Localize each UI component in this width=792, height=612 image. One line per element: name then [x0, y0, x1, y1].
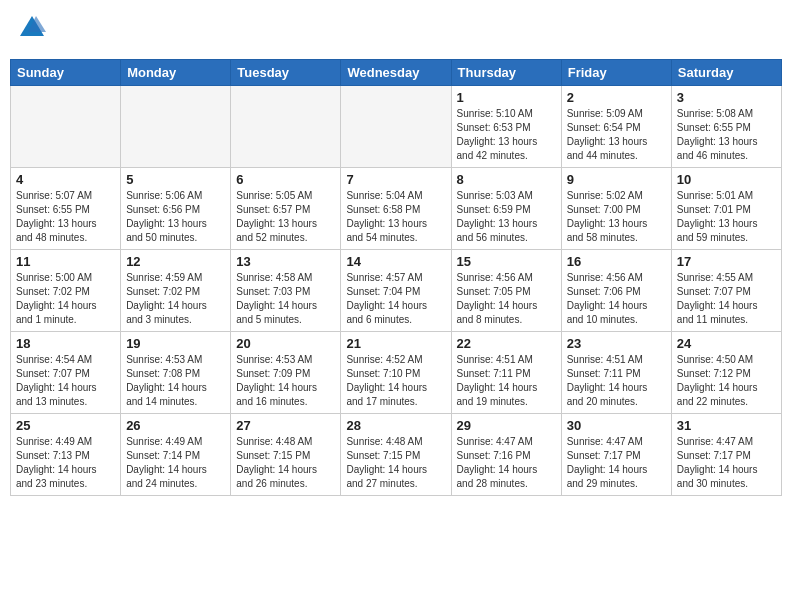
- day-number: 25: [16, 418, 115, 433]
- day-number: 2: [567, 90, 666, 105]
- day-info: Sunrise: 4:48 AM Sunset: 7:15 PM Dayligh…: [236, 435, 335, 491]
- calendar-cell-w3-d5: 15Sunrise: 4:56 AM Sunset: 7:05 PM Dayli…: [451, 249, 561, 331]
- day-number: 8: [457, 172, 556, 187]
- calendar-week-3: 11Sunrise: 5:00 AM Sunset: 7:02 PM Dayli…: [11, 249, 782, 331]
- calendar-cell-w4-d4: 21Sunrise: 4:52 AM Sunset: 7:10 PM Dayli…: [341, 331, 451, 413]
- calendar-cell-w1-d7: 3Sunrise: 5:08 AM Sunset: 6:55 PM Daylig…: [671, 85, 781, 167]
- calendar-cell-w5-d7: 31Sunrise: 4:47 AM Sunset: 7:17 PM Dayli…: [671, 413, 781, 495]
- day-info: Sunrise: 4:51 AM Sunset: 7:11 PM Dayligh…: [567, 353, 666, 409]
- day-info: Sunrise: 4:55 AM Sunset: 7:07 PM Dayligh…: [677, 271, 776, 327]
- day-number: 5: [126, 172, 225, 187]
- day-info: Sunrise: 4:47 AM Sunset: 7:17 PM Dayligh…: [567, 435, 666, 491]
- day-number: 24: [677, 336, 776, 351]
- calendar-cell-w1-d3: [231, 85, 341, 167]
- calendar-week-2: 4Sunrise: 5:07 AM Sunset: 6:55 PM Daylig…: [11, 167, 782, 249]
- calendar-cell-w1-d5: 1Sunrise: 5:10 AM Sunset: 6:53 PM Daylig…: [451, 85, 561, 167]
- calendar-cell-w2-d2: 5Sunrise: 5:06 AM Sunset: 6:56 PM Daylig…: [121, 167, 231, 249]
- calendar-week-4: 18Sunrise: 4:54 AM Sunset: 7:07 PM Dayli…: [11, 331, 782, 413]
- calendar-cell-w3-d6: 16Sunrise: 4:56 AM Sunset: 7:06 PM Dayli…: [561, 249, 671, 331]
- day-number: 17: [677, 254, 776, 269]
- logo: [16, 14, 46, 47]
- day-info: Sunrise: 5:09 AM Sunset: 6:54 PM Dayligh…: [567, 107, 666, 163]
- day-number: 14: [346, 254, 445, 269]
- calendar-cell-w3-d4: 14Sunrise: 4:57 AM Sunset: 7:04 PM Dayli…: [341, 249, 451, 331]
- calendar-cell-w5-d4: 28Sunrise: 4:48 AM Sunset: 7:15 PM Dayli…: [341, 413, 451, 495]
- day-number: 27: [236, 418, 335, 433]
- day-info: Sunrise: 5:05 AM Sunset: 6:57 PM Dayligh…: [236, 189, 335, 245]
- day-number: 22: [457, 336, 556, 351]
- day-number: 6: [236, 172, 335, 187]
- day-info: Sunrise: 4:50 AM Sunset: 7:12 PM Dayligh…: [677, 353, 776, 409]
- weekday-saturday: Saturday: [671, 59, 781, 85]
- day-number: 19: [126, 336, 225, 351]
- day-info: Sunrise: 4:49 AM Sunset: 7:13 PM Dayligh…: [16, 435, 115, 491]
- day-number: 7: [346, 172, 445, 187]
- day-info: Sunrise: 4:59 AM Sunset: 7:02 PM Dayligh…: [126, 271, 225, 327]
- calendar-week-5: 25Sunrise: 4:49 AM Sunset: 7:13 PM Dayli…: [11, 413, 782, 495]
- calendar-week-1: 1Sunrise: 5:10 AM Sunset: 6:53 PM Daylig…: [11, 85, 782, 167]
- weekday-monday: Monday: [121, 59, 231, 85]
- day-info: Sunrise: 5:08 AM Sunset: 6:55 PM Dayligh…: [677, 107, 776, 163]
- day-info: Sunrise: 4:51 AM Sunset: 7:11 PM Dayligh…: [457, 353, 556, 409]
- day-info: Sunrise: 5:01 AM Sunset: 7:01 PM Dayligh…: [677, 189, 776, 245]
- day-info: Sunrise: 4:52 AM Sunset: 7:10 PM Dayligh…: [346, 353, 445, 409]
- weekday-header-row: SundayMondayTuesdayWednesdayThursdayFrid…: [11, 59, 782, 85]
- calendar-cell-w1-d1: [11, 85, 121, 167]
- calendar-cell-w2-d1: 4Sunrise: 5:07 AM Sunset: 6:55 PM Daylig…: [11, 167, 121, 249]
- day-number: 11: [16, 254, 115, 269]
- weekday-tuesday: Tuesday: [231, 59, 341, 85]
- day-number: 9: [567, 172, 666, 187]
- day-info: Sunrise: 4:47 AM Sunset: 7:16 PM Dayligh…: [457, 435, 556, 491]
- day-info: Sunrise: 5:00 AM Sunset: 7:02 PM Dayligh…: [16, 271, 115, 327]
- calendar-cell-w3-d1: 11Sunrise: 5:00 AM Sunset: 7:02 PM Dayli…: [11, 249, 121, 331]
- calendar-cell-w5-d5: 29Sunrise: 4:47 AM Sunset: 7:16 PM Dayli…: [451, 413, 561, 495]
- calendar-cell-w2-d6: 9Sunrise: 5:02 AM Sunset: 7:00 PM Daylig…: [561, 167, 671, 249]
- calendar-cell-w2-d5: 8Sunrise: 5:03 AM Sunset: 6:59 PM Daylig…: [451, 167, 561, 249]
- logo-icon: [18, 14, 46, 42]
- day-info: Sunrise: 5:06 AM Sunset: 6:56 PM Dayligh…: [126, 189, 225, 245]
- weekday-friday: Friday: [561, 59, 671, 85]
- day-number: 3: [677, 90, 776, 105]
- calendar-cell-w4-d1: 18Sunrise: 4:54 AM Sunset: 7:07 PM Dayli…: [11, 331, 121, 413]
- calendar-cell-w4-d3: 20Sunrise: 4:53 AM Sunset: 7:09 PM Dayli…: [231, 331, 341, 413]
- calendar-cell-w4-d7: 24Sunrise: 4:50 AM Sunset: 7:12 PM Dayli…: [671, 331, 781, 413]
- calendar-cell-w3-d3: 13Sunrise: 4:58 AM Sunset: 7:03 PM Dayli…: [231, 249, 341, 331]
- calendar-cell-w2-d3: 6Sunrise: 5:05 AM Sunset: 6:57 PM Daylig…: [231, 167, 341, 249]
- weekday-sunday: Sunday: [11, 59, 121, 85]
- day-info: Sunrise: 5:10 AM Sunset: 6:53 PM Dayligh…: [457, 107, 556, 163]
- weekday-thursday: Thursday: [451, 59, 561, 85]
- day-number: 16: [567, 254, 666, 269]
- day-info: Sunrise: 5:03 AM Sunset: 6:59 PM Dayligh…: [457, 189, 556, 245]
- day-info: Sunrise: 4:54 AM Sunset: 7:07 PM Dayligh…: [16, 353, 115, 409]
- calendar-cell-w3-d7: 17Sunrise: 4:55 AM Sunset: 7:07 PM Dayli…: [671, 249, 781, 331]
- page-header: [10, 10, 782, 51]
- day-number: 4: [16, 172, 115, 187]
- day-number: 21: [346, 336, 445, 351]
- day-number: 1: [457, 90, 556, 105]
- day-number: 15: [457, 254, 556, 269]
- calendar-cell-w5-d1: 25Sunrise: 4:49 AM Sunset: 7:13 PM Dayli…: [11, 413, 121, 495]
- day-info: Sunrise: 4:48 AM Sunset: 7:15 PM Dayligh…: [346, 435, 445, 491]
- day-number: 29: [457, 418, 556, 433]
- day-number: 12: [126, 254, 225, 269]
- weekday-wednesday: Wednesday: [341, 59, 451, 85]
- calendar-cell-w1-d4: [341, 85, 451, 167]
- day-info: Sunrise: 4:53 AM Sunset: 7:08 PM Dayligh…: [126, 353, 225, 409]
- day-number: 30: [567, 418, 666, 433]
- day-info: Sunrise: 4:49 AM Sunset: 7:14 PM Dayligh…: [126, 435, 225, 491]
- calendar-cell-w4-d6: 23Sunrise: 4:51 AM Sunset: 7:11 PM Dayli…: [561, 331, 671, 413]
- day-number: 10: [677, 172, 776, 187]
- day-number: 28: [346, 418, 445, 433]
- day-info: Sunrise: 4:47 AM Sunset: 7:17 PM Dayligh…: [677, 435, 776, 491]
- calendar-cell-w5-d2: 26Sunrise: 4:49 AM Sunset: 7:14 PM Dayli…: [121, 413, 231, 495]
- calendar-cell-w3-d2: 12Sunrise: 4:59 AM Sunset: 7:02 PM Dayli…: [121, 249, 231, 331]
- day-number: 31: [677, 418, 776, 433]
- day-info: Sunrise: 4:56 AM Sunset: 7:06 PM Dayligh…: [567, 271, 666, 327]
- day-info: Sunrise: 4:58 AM Sunset: 7:03 PM Dayligh…: [236, 271, 335, 327]
- day-info: Sunrise: 4:53 AM Sunset: 7:09 PM Dayligh…: [236, 353, 335, 409]
- day-number: 23: [567, 336, 666, 351]
- calendar-cell-w2-d7: 10Sunrise: 5:01 AM Sunset: 7:01 PM Dayli…: [671, 167, 781, 249]
- day-number: 13: [236, 254, 335, 269]
- day-info: Sunrise: 4:57 AM Sunset: 7:04 PM Dayligh…: [346, 271, 445, 327]
- calendar-cell-w5-d3: 27Sunrise: 4:48 AM Sunset: 7:15 PM Dayli…: [231, 413, 341, 495]
